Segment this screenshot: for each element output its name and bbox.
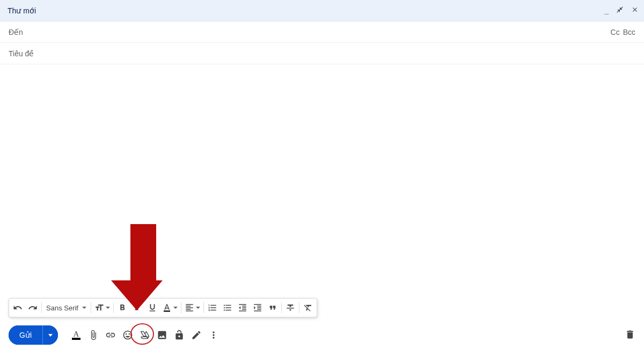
window-title: Thư mới xyxy=(8,6,604,15)
formatting-toolbar-wrap: Sans Serif xyxy=(9,298,317,317)
subject-input[interactable] xyxy=(9,49,635,58)
chevron-down-icon xyxy=(106,307,110,309)
insert-drive-button[interactable] xyxy=(136,326,153,344)
font-size-button[interactable] xyxy=(92,300,112,316)
align-button[interactable] xyxy=(182,300,202,316)
indent-less-button[interactable] xyxy=(235,300,250,316)
send-button-group: Gửi xyxy=(9,325,58,345)
window-controls: _ xyxy=(604,6,639,15)
bold-button[interactable] xyxy=(115,300,130,316)
cc-button[interactable]: Cc xyxy=(611,28,620,36)
chevron-down-icon xyxy=(82,307,86,309)
compose-window: Thư mới _ Đến Cc Bcc xyxy=(0,0,644,349)
remove-formatting-button[interactable] xyxy=(301,300,316,316)
attach-file-button[interactable] xyxy=(85,326,102,344)
font-family-select[interactable]: Sans Serif xyxy=(43,300,90,316)
recipients-row[interactable]: Đến Cc Bcc xyxy=(0,21,644,43)
indent-more-button[interactable] xyxy=(250,300,265,316)
insert-emoji-button[interactable] xyxy=(119,326,136,344)
italic-button[interactable] xyxy=(130,300,145,316)
discard-draft-button[interactable] xyxy=(625,329,635,341)
insert-signature-button[interactable] xyxy=(188,326,205,344)
chevron-down-icon xyxy=(196,307,200,309)
compose-header: Thư mới _ xyxy=(0,0,644,21)
compose-icon-row: A xyxy=(68,326,222,344)
confidential-mode-button[interactable] xyxy=(171,326,188,344)
send-button[interactable]: Gửi xyxy=(9,325,42,345)
insert-photo-button[interactable] xyxy=(153,326,171,344)
numbered-list-button[interactable] xyxy=(205,300,220,316)
bottom-action-bar: Gửi A xyxy=(0,321,644,349)
formatting-options-button[interactable]: A xyxy=(68,326,85,344)
font-family-label: Sans Serif xyxy=(46,304,78,312)
to-label: Đến xyxy=(9,28,611,36)
underline-button[interactable] xyxy=(145,300,160,316)
chevron-down-icon xyxy=(48,334,53,337)
quote-button[interactable] xyxy=(265,300,280,316)
svg-rect-0 xyxy=(164,310,170,311)
redo-button[interactable] xyxy=(25,300,40,316)
chevron-down-icon xyxy=(173,307,178,309)
text-color-button[interactable] xyxy=(160,300,180,316)
send-options-button[interactable] xyxy=(43,325,58,345)
more-options-button[interactable] xyxy=(205,326,222,344)
subject-row xyxy=(0,43,644,64)
close-icon[interactable] xyxy=(631,6,639,15)
bulleted-list-button[interactable] xyxy=(220,300,235,316)
message-body[interactable] xyxy=(0,64,644,295)
minimize-icon[interactable]: _ xyxy=(604,6,609,15)
undo-button[interactable] xyxy=(10,300,25,316)
insert-link-button[interactable] xyxy=(102,326,119,344)
bcc-button[interactable]: Bcc xyxy=(623,28,635,36)
expand-icon[interactable] xyxy=(616,6,624,15)
cc-bcc-group: Cc Bcc xyxy=(611,28,635,36)
strikethrough-button[interactable] xyxy=(283,300,298,316)
formatting-toolbar: Sans Serif xyxy=(9,298,317,317)
